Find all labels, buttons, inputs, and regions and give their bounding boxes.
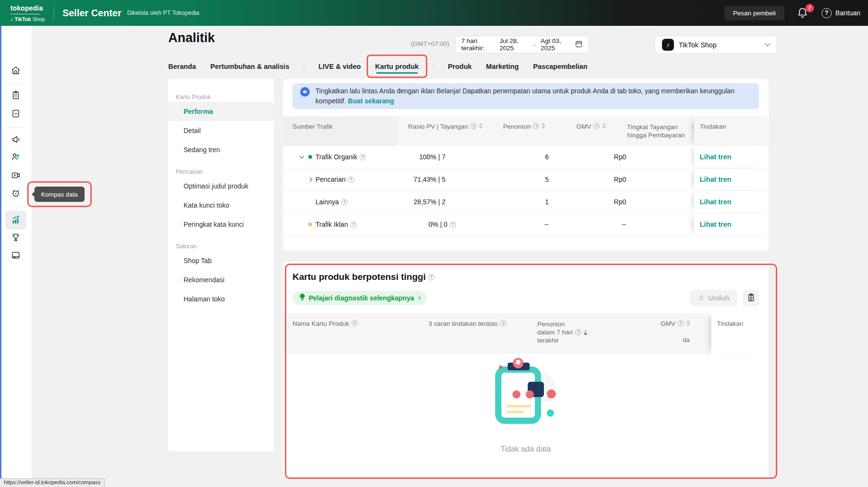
- submenu-item-shop-tab[interactable]: Shop Tab: [168, 251, 274, 270]
- info-icon[interactable]: ?: [678, 320, 684, 326]
- submenu-item-rekomendasi[interactable]: Rekomendasi: [168, 270, 274, 289]
- tab-live-video[interactable]: LIVE & video: [318, 63, 361, 70]
- gmv-value: Rp0: [555, 146, 627, 168]
- tab-pascapembelian[interactable]: Pascapembelian: [533, 63, 587, 70]
- table-row-trafik-organik: Trafik Organik ? 100% | 7 6 Rp0 Lihat tr…: [283, 146, 769, 168]
- gmv-value: Rp0: [555, 168, 627, 190]
- sort-control[interactable]: [479, 123, 483, 129]
- orders-clipboard-icon: [11, 90, 21, 100]
- info-icon[interactable]: ?: [450, 221, 456, 228]
- robot-icon: [11, 188, 21, 199]
- submenu-item-halaman-toko[interactable]: Halaman toko: [168, 289, 274, 309]
- sidebar-item-affiliate[interactable]: [5, 147, 26, 166]
- traffic-table-header: Sumber Trafik Rasio PV | Tayangan ? Peno…: [283, 116, 769, 146]
- sidebar-item-home[interactable]: [5, 61, 26, 80]
- submenu-item-optimasi-judul-produk[interactable]: Optimasi judul produk: [168, 177, 274, 196]
- tab-marketing[interactable]: Marketing: [486, 63, 519, 70]
- shop-selector-dropdown[interactable]: ♪ TikTok Shop: [655, 36, 777, 54]
- shop-selector-value: TikTok Shop: [679, 41, 716, 49]
- sidebar-item-finance[interactable]: [5, 245, 26, 265]
- help-button[interactable]: ? Bantuan: [822, 8, 860, 18]
- lihat-tren-link[interactable]: Lihat tren: [700, 176, 731, 183]
- info-icon[interactable]: ?: [428, 274, 434, 280]
- app-subtitle: Dikelola oleh PT Tokopedia: [127, 10, 199, 16]
- column-gmv: GMV ?: [640, 313, 711, 354]
- clipped-column-fragment: da: [683, 336, 690, 343]
- table-row-lainnya: Lainnya ? 28,57% | 2 1 Rp0 Lihat tren: [283, 191, 769, 213]
- info-icon[interactable]: ?: [575, 329, 581, 335]
- browser-status-url: https://seller-id.tokopedia.com/compass: [0, 478, 105, 487]
- help-question-icon: ?: [822, 8, 832, 18]
- table-row-trafik-iklan: Trafik Iklan ? 0% | 0 ? -- -- Lihat tren: [283, 213, 769, 236]
- tab-beranda[interactable]: Beranda: [168, 63, 196, 70]
- organic-dot-icon: [308, 155, 312, 159]
- info-icon[interactable]: ?: [533, 123, 539, 129]
- expand-chevron-icon[interactable]: [308, 177, 313, 182]
- analytics-tabs: Beranda Pertumbuhan & analisis LIVE & vi…: [168, 63, 587, 70]
- info-icon[interactable]: ?: [348, 177, 354, 183]
- buyer-messages-button[interactable]: Pesan pembeli: [725, 6, 784, 20]
- submenu-item-detail[interactable]: Detail: [168, 121, 274, 140]
- sort-control[interactable]: [542, 123, 545, 129]
- info-icon[interactable]: ?: [500, 320, 506, 326]
- sidebar-item-products[interactable]: [5, 104, 26, 123]
- column-penonton-7-hari: Penonton dalam 7 hari ? terakhir: [537, 313, 640, 354]
- viewers-value: 1: [493, 191, 555, 213]
- info-icon[interactable]: ?: [350, 221, 357, 228]
- sidebar-item-orders[interactable]: [5, 86, 26, 105]
- ads-promo-banner: Tingkatkan lalu lintas Anda dengan iklan…: [293, 83, 759, 109]
- date-preset-label: 7 hari terakhir:: [461, 37, 496, 52]
- sidebar-item-marketing[interactable]: [5, 130, 26, 149]
- submenu-item-sedang-tren[interactable]: Sedang tren: [168, 140, 274, 159]
- info-icon[interactable]: ?: [359, 154, 366, 160]
- video-camera-icon: [11, 170, 21, 180]
- lihat-tren-link[interactable]: Lihat tren: [700, 221, 731, 228]
- submenu-item-kata-kunci-toko[interactable]: Kata kunci toko: [168, 196, 274, 215]
- calendar-icon: [575, 40, 583, 49]
- submenu-item-performa[interactable]: Performa: [168, 102, 274, 121]
- tab-divider: [433, 63, 434, 70]
- tab-divider: [304, 63, 304, 70]
- date-end: Agt 03, 2025: [541, 37, 571, 52]
- submenu-section-kartu-produk: Kartu Produk: [168, 92, 274, 102]
- banner-create-now-link[interactable]: Buat sekarang: [348, 97, 394, 105]
- sidebar-item-growth[interactable]: [5, 228, 26, 247]
- lihat-tren-link[interactable]: Lihat tren: [700, 153, 731, 161]
- collapse-chevron-icon[interactable]: [300, 154, 304, 159]
- sort-control[interactable]: [686, 320, 690, 326]
- sidebar-item-data-compass[interactable]: [5, 210, 26, 230]
- sidebar-item-content[interactable]: [5, 166, 26, 185]
- submenu-item-peringkat-kata-kunci[interactable]: Peringkat kata kunci: [168, 215, 274, 234]
- tab-kartu-produk[interactable]: Kartu produk: [375, 63, 419, 70]
- sort-control[interactable]: [602, 123, 606, 129]
- viewers-value: --: [493, 213, 555, 235]
- high-potential-card-section: Kartu produk berpotensi tinggi ? Pelajar…: [283, 262, 769, 478]
- download-icon: [698, 294, 705, 302]
- info-icon[interactable]: ?: [470, 123, 477, 129]
- diagnostic-link-pill[interactable]: Pelajari diagnostik selengkapnya: [293, 291, 427, 305]
- lightbulb-icon: [299, 293, 305, 303]
- notifications-button[interactable]: 7: [797, 7, 809, 19]
- chevron-down-icon: [765, 41, 770, 46]
- source-name: Trafik Iklan: [315, 221, 348, 228]
- tab-pertumbuhan-analisis[interactable]: Pertumbuhan & analisis: [210, 63, 289, 70]
- download-button[interactable]: Unduh: [690, 290, 737, 306]
- copy-clipboard-button[interactable]: [743, 290, 759, 306]
- traffic-performance-card: Tingkatkan lalu lintas Anda dengan iklan…: [283, 79, 769, 251]
- notification-bell-icon: [797, 12, 808, 21]
- sidebar-item-assistant[interactable]: [5, 184, 26, 203]
- date-range-picker[interactable]: 7 hari terakhir: Jul 28, 2025 - Agt 03, …: [455, 36, 589, 53]
- sort-control-active[interactable]: [584, 330, 587, 335]
- table-row-pencarian: Pencarian ? 71,43% | 5 5 Rp0 Lihat tren: [283, 168, 769, 191]
- ratio-value: 0% | 0: [429, 221, 447, 228]
- home-icon: [11, 65, 21, 76]
- submenu-section-saluran: Saluran: [168, 242, 274, 251]
- column-tindakan: Tindakan: [711, 313, 769, 354]
- info-icon[interactable]: ?: [594, 123, 600, 129]
- info-icon[interactable]: ?: [352, 320, 358, 326]
- info-icon[interactable]: ?: [341, 199, 347, 205]
- potential-table-header: Nama Kartu Produk ? 3 saran tindakan ter…: [283, 313, 769, 354]
- tab-produk[interactable]: Produk: [448, 63, 472, 70]
- lihat-tren-link[interactable]: Lihat tren: [700, 198, 731, 206]
- tokopedia-tiktok-logo[interactable]: tokopedia ♪ TikTok Shop: [11, 4, 45, 22]
